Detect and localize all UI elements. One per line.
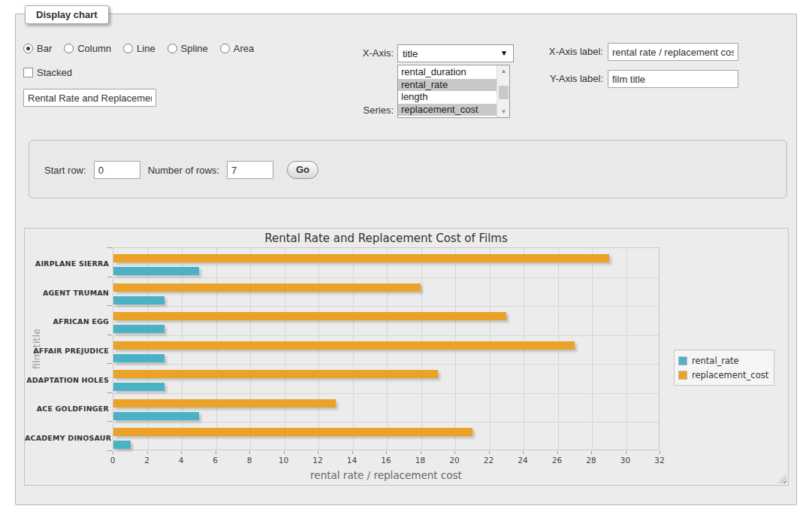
x-tick-mark xyxy=(660,451,660,454)
gridline xyxy=(113,422,659,423)
chart-type-bar[interactable]: Bar xyxy=(23,43,52,54)
chart-type-radio-group: BarColumnLineSplineArea xyxy=(23,43,254,54)
x-axis-select-label: X-Axis: xyxy=(301,47,394,59)
chart-type-spline[interactable]: Spline xyxy=(168,43,208,54)
series-list-label: Series: xyxy=(301,105,394,116)
scroll-down-icon[interactable]: ▼ xyxy=(497,106,510,117)
category-label: AFRICAN EGG xyxy=(25,317,109,326)
x-tick-mark xyxy=(318,451,318,454)
x-tick-mark xyxy=(454,451,455,454)
category-label: ACADEMY DINOSAUR xyxy=(25,434,109,442)
fieldset-legend: Display chart xyxy=(25,5,109,24)
num-rows-label: Number of rows: xyxy=(148,165,219,176)
replacement_cost-bar xyxy=(113,283,421,292)
category-label: AIRPLANE SIERRA xyxy=(25,259,109,268)
x-tick-label: 28 xyxy=(586,456,596,465)
radio-icon[interactable] xyxy=(64,44,74,53)
gridline xyxy=(592,248,593,450)
x-tick-label: 0 xyxy=(110,456,116,465)
x-tick-mark xyxy=(421,451,421,454)
replacement_cost-bar xyxy=(113,370,438,378)
num-rows-input[interactable] xyxy=(227,161,273,179)
radio-icon[interactable] xyxy=(23,44,33,53)
y-tick-mark xyxy=(107,277,112,277)
x-tick-label: 30 xyxy=(620,456,630,465)
x-tick-mark xyxy=(386,451,387,454)
gridline xyxy=(113,306,659,307)
y-tick-mark xyxy=(107,421,112,422)
go-button[interactable]: Go xyxy=(287,161,318,179)
x-tick-mark xyxy=(626,451,626,454)
rental_rate-bar xyxy=(113,354,165,362)
radio-icon[interactable] xyxy=(123,44,133,53)
start-row-label: Start row: xyxy=(44,165,86,176)
category-label: ACE GOLDFINGER xyxy=(25,404,109,413)
series-option-length[interactable]: length xyxy=(398,91,497,104)
y-axis-label-input[interactable] xyxy=(608,70,738,88)
x-tick-label: 2 xyxy=(144,456,149,465)
x-tick-mark xyxy=(181,451,182,454)
rental_rate-bar xyxy=(113,412,199,420)
y-tick-mark xyxy=(107,450,112,451)
scrollbar-thumb[interactable] xyxy=(499,86,509,99)
y-tick-mark xyxy=(107,247,112,248)
rental_rate-bar xyxy=(113,441,131,449)
x-tick-label: 14 xyxy=(347,456,357,465)
x-tick-label: 12 xyxy=(312,456,322,465)
chart-type-label: Line xyxy=(137,43,155,54)
x-tick-mark xyxy=(113,451,113,454)
x-tick-label: 32 xyxy=(654,456,664,465)
y-tick-mark xyxy=(107,363,112,364)
y-tick-mark xyxy=(107,335,112,335)
display-chart-fieldset: Display chart BarColumnLineSplineArea St… xyxy=(15,14,797,505)
series-option-replacement_cost[interactable]: replacement_cost xyxy=(398,104,497,117)
gridline xyxy=(113,364,659,365)
y-tick-mark xyxy=(107,305,112,306)
chart-type-line[interactable]: Line xyxy=(123,43,155,54)
stacked-checkbox[interactable] xyxy=(23,68,33,77)
x-tick-label: 10 xyxy=(279,456,288,465)
rental_rate-bar xyxy=(113,383,165,391)
chart-type-column[interactable]: Column xyxy=(64,43,111,54)
category-label: ADAPTATION HOLES xyxy=(25,376,109,384)
chart-title: Rental Rate and Replacement Cost of Film… xyxy=(113,232,660,245)
chart-title-input[interactable] xyxy=(23,89,156,107)
category-label: AGENT TRUMAN xyxy=(25,289,109,297)
chart-type-label: Spline xyxy=(181,43,208,54)
legend-swatch xyxy=(678,371,687,380)
chart-x-axis-title: rental rate / replacement cost xyxy=(113,469,660,481)
gridline xyxy=(113,277,659,278)
y-tick-mark xyxy=(107,392,112,393)
x-tick-mark xyxy=(591,451,592,454)
x-tick-mark xyxy=(284,451,285,454)
rental_rate-bar xyxy=(113,267,199,275)
chart-type-area[interactable]: Area xyxy=(220,43,254,54)
plot-area xyxy=(113,247,660,450)
y-axis-label-caption: Y-Axis label: xyxy=(466,73,603,84)
radio-icon[interactable] xyxy=(168,44,177,53)
x-axis-label-caption: X-Axis label: xyxy=(466,46,603,57)
rental_rate-bar xyxy=(113,325,165,333)
stacked-checkbox-row[interactable]: Stacked xyxy=(23,67,72,78)
chart-container: Rental Rate and Replacement Cost of Film… xyxy=(24,228,789,486)
stacked-label: Stacked xyxy=(37,67,72,78)
replacement_cost-bar xyxy=(113,341,575,350)
rental_rate-bar xyxy=(113,296,165,304)
x-tick-mark xyxy=(557,451,558,454)
x-tick-label: 8 xyxy=(247,456,252,465)
chart-type-label: Area xyxy=(234,43,254,54)
replacement_cost-bar xyxy=(113,254,609,262)
start-row-input[interactable] xyxy=(94,161,140,179)
radio-icon[interactable] xyxy=(220,44,230,53)
replacement_cost-bar xyxy=(113,399,336,407)
x-tick-label: 24 xyxy=(518,456,527,465)
x-tick-mark xyxy=(216,451,216,454)
rows-box: Start row: Number of rows: Go xyxy=(29,140,787,198)
x-axis-label-input[interactable] xyxy=(608,43,738,61)
category-label: AFFAIR PREJUDICE xyxy=(25,347,109,355)
x-tick-mark xyxy=(523,451,524,454)
replacement_cost-bar xyxy=(113,428,472,436)
x-tick-mark xyxy=(147,451,148,454)
x-tick-label: 22 xyxy=(484,456,494,465)
resize-handle-icon[interactable] xyxy=(777,474,786,483)
